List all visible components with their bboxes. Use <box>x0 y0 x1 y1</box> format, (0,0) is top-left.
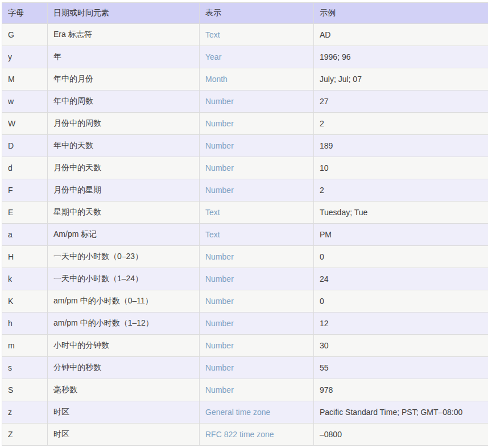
letter-cell: h <box>2 313 48 335</box>
element-cell: 月份中的星期 <box>48 179 200 202</box>
presentation-cell: Number <box>200 290 314 313</box>
letter-cell: E <box>2 202 48 224</box>
element-cell: Era 标志符 <box>48 24 200 46</box>
table-row: m小时中的分钟数Number30 <box>2 335 488 357</box>
example-cell: PM <box>314 224 488 246</box>
element-cell: 年中的周数 <box>48 91 200 113</box>
example-cell: 1996; 96 <box>314 46 488 68</box>
example-cell: 189 <box>314 135 488 157</box>
letter-cell: D <box>2 135 48 157</box>
table-row: w年中的周数Number27 <box>2 91 488 113</box>
table-row: y年Year1996; 96 <box>2 46 488 68</box>
example-cell: 0 <box>314 290 488 313</box>
presentation-cell: Number <box>200 135 314 157</box>
element-cell: 月份中的天数 <box>48 157 200 179</box>
letter-cell: w <box>2 91 48 113</box>
element-cell: 年 <box>48 46 200 68</box>
presentation-cell: Number <box>200 157 314 179</box>
letter-cell: k <box>2 268 48 290</box>
header-example: 示例 <box>314 3 488 24</box>
example-cell: Tuesday; Tue <box>314 202 488 224</box>
element-cell: am/pm 中的小时数（1–12） <box>48 313 200 335</box>
element-cell: 时区 <box>48 401 200 424</box>
example-cell: 30 <box>314 335 488 357</box>
letter-cell: M <box>2 68 48 91</box>
letter-cell: S <box>2 379 48 401</box>
table-row: GEra 标志符TextAD <box>2 24 488 46</box>
presentation-cell: Number <box>200 91 314 113</box>
element-cell: 一天中的小时数（0–23） <box>48 246 200 268</box>
table-row: k一天中的小时数（1–24）Number24 <box>2 268 488 290</box>
presentation-cell: Number <box>200 268 314 290</box>
example-cell: AD <box>314 24 488 46</box>
letter-cell: m <box>2 335 48 357</box>
example-cell: 24 <box>314 268 488 290</box>
table-row: aAm/pm 标记TextPM <box>2 224 488 246</box>
letter-cell: H <box>2 246 48 268</box>
example-cell: 12 <box>314 313 488 335</box>
letter-cell: Z <box>2 424 48 446</box>
header-presentation: 表示 <box>200 3 314 24</box>
element-cell: 一天中的小时数（1–24） <box>48 268 200 290</box>
header-row: 字母 日期或时间元素 表示 示例 <box>2 3 488 24</box>
table-row: s分钟中的秒数Number55 <box>2 357 488 379</box>
example-cell: 0 <box>314 246 488 268</box>
presentation-cell: Year <box>200 46 314 68</box>
table-row: W月份中的周数Number2 <box>2 113 488 135</box>
table-row: F月份中的星期Number2 <box>2 179 488 202</box>
table-row: Z时区RFC 822 time zone–0800 <box>2 424 488 446</box>
table-row: Kam/pm 中的小时数（0–11）Number0 <box>2 290 488 313</box>
table-row: M年中的月份MonthJuly; Jul; 07 <box>2 68 488 91</box>
header-letter: 字母 <box>2 3 48 24</box>
presentation-cell: Number <box>200 246 314 268</box>
letter-cell: s <box>2 357 48 379</box>
element-cell: Am/pm 标记 <box>48 224 200 246</box>
example-cell: 27 <box>314 91 488 113</box>
table-row: z时区General time zonePacific Standard Tim… <box>2 401 488 424</box>
letter-cell: y <box>2 46 48 68</box>
letter-cell: G <box>2 24 48 46</box>
table-row: E星期中的天数TextTuesday; Tue <box>2 202 488 224</box>
element-cell: am/pm 中的小时数（0–11） <box>48 290 200 313</box>
page: 字母 日期或时间元素 表示 示例 GEra 标志符TextADy年Year199… <box>0 0 488 448</box>
presentation-cell: Number <box>200 335 314 357</box>
presentation-cell: Text <box>200 224 314 246</box>
table-row: H一天中的小时数（0–23）Number0 <box>2 246 488 268</box>
presentation-cell: Number <box>200 313 314 335</box>
example-cell: Pacific Standard Time; PST; GMT–08:00 <box>314 401 488 424</box>
example-cell: 2 <box>314 179 488 202</box>
example-cell: –0800 <box>314 424 488 446</box>
element-cell: 时区 <box>48 424 200 446</box>
element-cell: 年中的月份 <box>48 68 200 91</box>
letter-cell: d <box>2 157 48 179</box>
letter-cell: F <box>2 179 48 202</box>
presentation-cell: Text <box>200 24 314 46</box>
letter-cell: z <box>2 401 48 424</box>
table-header: 字母 日期或时间元素 表示 示例 <box>2 3 488 24</box>
example-cell: 10 <box>314 157 488 179</box>
table-row: S毫秒数Number978 <box>2 379 488 401</box>
presentation-cell: Month <box>200 68 314 91</box>
presentation-cell: Number <box>200 179 314 202</box>
element-cell: 年中的天数 <box>48 135 200 157</box>
presentation-cell: Number <box>200 113 314 135</box>
table-body: GEra 标志符TextADy年Year1996; 96M年中的月份MonthJ… <box>2 24 488 446</box>
example-cell: 55 <box>314 357 488 379</box>
example-cell: 2 <box>314 113 488 135</box>
example-cell: 978 <box>314 379 488 401</box>
table-row: d月份中的天数Number10 <box>2 157 488 179</box>
element-cell: 毫秒数 <box>48 379 200 401</box>
element-cell: 星期中的天数 <box>48 202 200 224</box>
element-cell: 小时中的分钟数 <box>48 335 200 357</box>
letter-cell: K <box>2 290 48 313</box>
presentation-cell: Text <box>200 202 314 224</box>
presentation-cell: General time zone <box>200 401 314 424</box>
presentation-cell: Number <box>200 379 314 401</box>
letter-cell: W <box>2 113 48 135</box>
presentation-cell: RFC 822 time zone <box>200 424 314 446</box>
datetime-pattern-table: 字母 日期或时间元素 表示 示例 GEra 标志符TextADy年Year199… <box>2 2 488 446</box>
table-row: ham/pm 中的小时数（1–12）Number12 <box>2 313 488 335</box>
element-cell: 分钟中的秒数 <box>48 357 200 379</box>
header-element: 日期或时间元素 <box>48 3 200 24</box>
element-cell: 月份中的周数 <box>48 113 200 135</box>
